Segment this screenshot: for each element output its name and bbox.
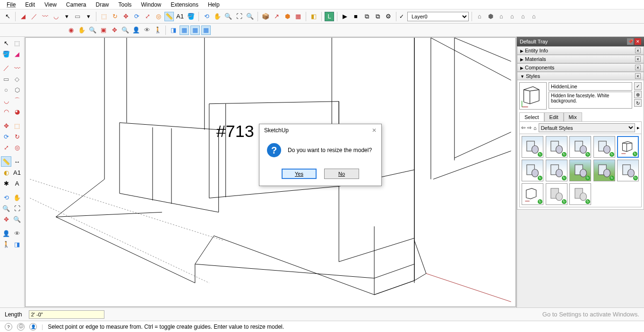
house-style1-icon[interactable]: ⌂ bbox=[475, 12, 484, 21]
dimension-icon[interactable]: ↔ bbox=[12, 156, 22, 167]
arc2-icon[interactable]: ⌒ bbox=[12, 95, 22, 106]
scale-tool-icon[interactable]: ⤢ bbox=[143, 12, 152, 21]
solid-window-icon[interactable]: ▣ bbox=[99, 26, 108, 35]
menu-camera[interactable]: Camera bbox=[61, 0, 91, 9]
menu-extensions[interactable]: Extensions bbox=[166, 0, 203, 9]
pie-icon[interactable]: ◕ bbox=[12, 106, 22, 117]
style-new-icon[interactable]: ⊕ bbox=[634, 91, 642, 98]
line-icon[interactable]: ／ bbox=[1, 63, 11, 73]
text-tool-icon[interactable]: A1 bbox=[175, 12, 185, 21]
tray-title-bar[interactable]: Default Tray 📌✕ bbox=[517, 37, 644, 46]
nav-fwd-icon[interactable]: ⇨ bbox=[527, 125, 532, 131]
previous-view-icon[interactable]: 🔍 bbox=[245, 12, 255, 21]
arc-dropdown-icon[interactable]: ▾ bbox=[62, 12, 71, 21]
rect-tool-icon[interactable]: ▭ bbox=[73, 12, 82, 21]
scene-prev-icon[interactable]: ⧉ bbox=[362, 12, 371, 21]
style-collection-select[interactable]: Default Styles bbox=[539, 123, 635, 132]
section-plane-icon[interactable]: ◨ bbox=[169, 26, 178, 35]
offset-tool-icon[interactable]: ◎ bbox=[154, 12, 163, 21]
style-thumb-10[interactable]: ↻ bbox=[617, 160, 639, 181]
zoomwin-icon[interactable]: ⛶ bbox=[12, 203, 22, 213]
style-thumb-12[interactable]: ↻ bbox=[546, 183, 567, 205]
poscamera-icon[interactable]: 👤 bbox=[1, 228, 11, 238]
eraser-icon[interactable]: ◢ bbox=[12, 49, 22, 59]
menu-window[interactable]: Window bbox=[137, 0, 166, 9]
pan2-icon[interactable]: ✋ bbox=[12, 192, 22, 203]
house-style5-icon[interactable]: ⌂ bbox=[518, 12, 528, 21]
style-thumb-11[interactable]: ↻ bbox=[522, 183, 543, 205]
style-thumb-2[interactable]: ↻ bbox=[546, 136, 567, 158]
style-update-icon[interactable]: ✓ bbox=[634, 82, 642, 90]
arc3-icon[interactable]: ◠ bbox=[1, 106, 11, 117]
menu-file[interactable]: File bbox=[2, 0, 20, 9]
lookaround-icon[interactable]: 👁 bbox=[12, 228, 22, 238]
tab-edit[interactable]: Edit bbox=[544, 112, 564, 121]
warehouse-icon[interactable]: 📦 bbox=[261, 12, 270, 21]
select-icon[interactable]: ↖ bbox=[1, 38, 11, 48]
followme-icon[interactable]: ↻ bbox=[12, 131, 22, 142]
menu-tools[interactable]: Tools bbox=[114, 0, 137, 9]
zoomext-icon[interactable]: ✥ bbox=[1, 214, 11, 224]
style-thumb-4[interactable]: ↻ bbox=[593, 136, 615, 158]
solid-union-icon[interactable]: ◉ bbox=[66, 26, 76, 35]
move-tool-icon[interactable]: ✥ bbox=[121, 12, 130, 21]
menu-draw[interactable]: Draw bbox=[91, 0, 114, 9]
paint-bucket-icon[interactable]: 🪣 bbox=[186, 12, 196, 21]
style-thumb-13[interactable]: ↻ bbox=[569, 183, 591, 205]
style-thumb-1[interactable]: ↻ bbox=[522, 136, 543, 158]
tape-icon[interactable]: 📏 bbox=[1, 156, 11, 167]
3dtext-icon[interactable]: A bbox=[12, 178, 22, 188]
solid-prev-icon[interactable]: ✥ bbox=[110, 26, 119, 35]
component-icon[interactable]: ⬚ bbox=[12, 38, 22, 48]
zoom-icon[interactable]: 🔍 bbox=[223, 12, 233, 21]
arc-tool-icon[interactable]: ◡ bbox=[51, 12, 60, 21]
section-cut-icon[interactable]: ▦ bbox=[190, 26, 200, 35]
circle-icon[interactable]: ○ bbox=[1, 85, 11, 95]
panel-materials[interactable]: ▶Materials× bbox=[517, 55, 644, 63]
panel-close-icon[interactable]: × bbox=[635, 73, 641, 79]
protractor-icon[interactable]: ◐ bbox=[1, 167, 11, 178]
ext-manager-icon[interactable]: ▦ bbox=[293, 12, 303, 21]
orbit2-icon[interactable]: ⟲ bbox=[1, 192, 11, 203]
text-icon[interactable]: A1 bbox=[12, 167, 22, 178]
panel-close-icon[interactable]: × bbox=[635, 65, 641, 70]
style-thumb-3[interactable]: ↻ bbox=[569, 136, 591, 158]
pan-icon[interactable]: ✋ bbox=[213, 12, 222, 21]
zoom2-icon[interactable]: 🔍 bbox=[1, 203, 11, 213]
style-thumb-7[interactable]: ↻ bbox=[546, 160, 567, 181]
length-input[interactable] bbox=[29, 310, 104, 319]
pushpull-icon[interactable]: ⬚ bbox=[12, 120, 22, 131]
tape-measure-icon[interactable]: 📏 bbox=[164, 12, 174, 21]
walk2-icon[interactable]: 🚶 bbox=[1, 239, 11, 249]
style-name-field[interactable]: HiddenLine bbox=[549, 82, 632, 91]
axes-icon[interactable]: ✱ bbox=[1, 178, 11, 188]
layout-icon[interactable]: ◧ bbox=[309, 12, 318, 21]
arc1-icon[interactable]: ◡ bbox=[1, 95, 11, 106]
freehand-icon[interactable]: 〰 bbox=[40, 12, 50, 21]
select-tool-icon[interactable]: ↖ bbox=[3, 12, 12, 21]
line-tool-icon[interactable]: ／ bbox=[29, 12, 39, 21]
house-style6-icon[interactable]: ⌂ bbox=[529, 12, 539, 21]
nav-home-icon[interactable]: ⌂ bbox=[533, 125, 537, 131]
look-around-icon[interactable]: 👁 bbox=[142, 26, 152, 35]
style-thumb-5-selected[interactable]: ↻ bbox=[617, 136, 639, 158]
scene-next-icon[interactable]: ⧉ bbox=[373, 12, 382, 21]
nav-detail-icon[interactable]: ▸ bbox=[637, 125, 640, 131]
play-icon[interactable]: ▶ bbox=[340, 12, 350, 21]
push-pull-icon[interactable]: ⬚ bbox=[99, 12, 109, 21]
follow-me-icon[interactable]: ↻ bbox=[110, 12, 120, 21]
solid-zoom-icon[interactable]: 🔍 bbox=[88, 26, 97, 35]
menu-edit[interactable]: Edit bbox=[20, 0, 40, 9]
stop-icon[interactable]: ■ bbox=[351, 12, 361, 21]
eraser-tool-icon[interactable]: ◢ bbox=[18, 12, 28, 21]
rot-rect-icon[interactable]: ◇ bbox=[12, 74, 22, 84]
tab-mix[interactable]: Mix bbox=[564, 112, 582, 121]
menu-help[interactable]: Help bbox=[203, 0, 224, 9]
style-thumb-6[interactable]: ↻ bbox=[522, 160, 543, 181]
extension-icon[interactable]: ⬢ bbox=[283, 12, 292, 21]
move-icon[interactable]: ✥ bbox=[1, 120, 11, 131]
settings-icon[interactable]: ⚙ bbox=[384, 12, 393, 21]
scale-icon[interactable]: ⤢ bbox=[1, 142, 11, 153]
tab-select[interactable]: Select bbox=[519, 112, 544, 121]
orbit-icon[interactable]: ⟲ bbox=[202, 12, 211, 21]
